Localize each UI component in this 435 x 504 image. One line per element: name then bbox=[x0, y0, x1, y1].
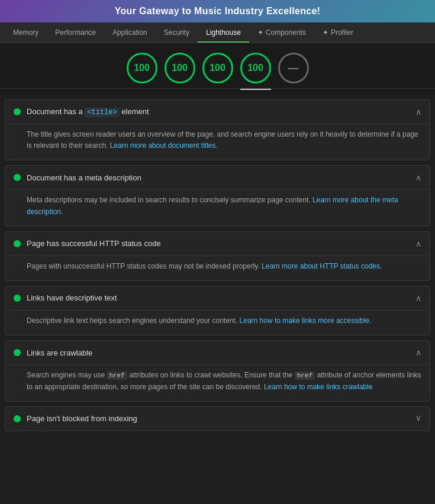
audit-link-text-dot bbox=[14, 295, 21, 302]
audit-crawlable-chevron: ∧ bbox=[415, 348, 421, 357]
audit-title-element-dot bbox=[14, 108, 21, 115]
audit-link-text-header[interactable]: Links have descriptive text ∧ bbox=[5, 286, 430, 310]
audit-title-element-chevron: ∧ bbox=[415, 107, 421, 117]
audit-http-status-dot bbox=[14, 240, 21, 247]
audit-not-blocked: Page isn't blocked from indexing ∧ bbox=[5, 406, 430, 431]
score-underline-0 bbox=[127, 89, 157, 90]
scores-section: 100 100 100 100 — bbox=[0, 43, 435, 89]
profiler-icon: ✦ bbox=[323, 28, 328, 37]
score-underline-2 bbox=[202, 89, 233, 90]
audit-crawlable-code2: href bbox=[295, 371, 315, 380]
audit-meta-description-dot bbox=[14, 174, 21, 181]
tab-application[interactable]: Application bbox=[104, 22, 156, 43]
audit-crawlable-link[interactable]: Learn how to make links crawlable bbox=[264, 383, 372, 391]
audit-crawlable-code1: href bbox=[107, 371, 127, 380]
audit-title-element-label: Document has a <title> element bbox=[27, 107, 149, 117]
audit-crawlable-dot bbox=[14, 349, 21, 356]
score-underline-1 bbox=[165, 89, 195, 90]
header-banner: Your Gateway to Music Industry Excellenc… bbox=[0, 0, 435, 22]
audit-link-text-body: Descriptive link text helps search engin… bbox=[5, 310, 430, 335]
audit-link-text-label: Links have descriptive text bbox=[27, 293, 117, 302]
audit-meta-description-body: Meta descriptions may be included in sea… bbox=[5, 189, 430, 225]
audit-http-status: Page has successful HTTP status code ∧ P… bbox=[5, 231, 430, 281]
audit-title-element-header[interactable]: Document has a <title> element ∧ bbox=[5, 100, 430, 124]
audit-meta-description-link[interactable]: Learn more about the meta description bbox=[27, 196, 398, 215]
audit-meta-description: Document has a meta description ∧ Meta d… bbox=[5, 165, 430, 226]
tab-performance[interactable]: Performance bbox=[47, 22, 104, 43]
tab-memory[interactable]: Memory bbox=[5, 22, 47, 43]
audit-link-text-chevron: ∧ bbox=[415, 293, 421, 303]
components-icon: ✦ bbox=[257, 28, 263, 37]
audit-meta-description-label: Document has a meta description bbox=[27, 173, 141, 182]
audits-container: Document has a <title> element ∧ The tit… bbox=[0, 99, 435, 431]
audit-http-status-body: Pages with unsuccessful HTTP status code… bbox=[5, 256, 430, 280]
audit-http-status-label: Page has successful HTTP status code bbox=[27, 239, 161, 248]
audit-crawlable-label: Links are crawlable bbox=[27, 348, 92, 357]
audit-meta-description-header[interactable]: Document has a meta description ∧ bbox=[5, 166, 430, 189]
tab-components[interactable]: ✦Components bbox=[249, 22, 314, 43]
scores-underline bbox=[0, 89, 435, 95]
score-seo[interactable]: 100 bbox=[240, 53, 271, 83]
tab-lighthouse[interactable]: Lighthouse bbox=[198, 22, 249, 43]
score-accessibility[interactable]: 100 bbox=[165, 53, 195, 83]
score-pwa[interactable]: — bbox=[278, 53, 309, 83]
audit-link-text: Links have descriptive text ∧ Descriptiv… bbox=[5, 286, 430, 335]
audit-crawlable-body: Search engines may use href attributes o… bbox=[5, 364, 430, 401]
audit-http-status-chevron: ∧ bbox=[415, 239, 421, 248]
audit-title-element-link[interactable]: Learn more about document titles bbox=[110, 141, 216, 150]
score-best-practices[interactable]: 100 bbox=[202, 53, 233, 83]
score-underline-4 bbox=[278, 89, 309, 90]
score-performance[interactable]: 100 bbox=[127, 53, 157, 83]
audit-not-blocked-header[interactable]: Page isn't blocked from indexing ∧ bbox=[5, 407, 430, 431]
audit-meta-description-chevron: ∧ bbox=[415, 173, 421, 182]
audit-http-status-header[interactable]: Page has successful HTTP status code ∧ bbox=[5, 232, 430, 256]
tab-security[interactable]: Security bbox=[156, 22, 198, 43]
header-title: Your Gateway to Music Industry Excellenc… bbox=[0, 6, 435, 17]
audit-not-blocked-dot bbox=[14, 415, 21, 422]
audit-not-blocked-chevron: ∧ bbox=[415, 414, 421, 424]
tab-profiler[interactable]: ✦Profiler bbox=[314, 22, 362, 43]
score-underline-3 bbox=[240, 89, 271, 90]
nav-bar: Memory Performance Application Security … bbox=[0, 22, 435, 43]
audit-not-blocked-label: Page isn't blocked from indexing bbox=[27, 414, 137, 423]
audit-link-text-link[interactable]: Learn how to make links more accessible bbox=[240, 316, 369, 325]
audit-http-status-link[interactable]: Learn more about HTTP status codes bbox=[262, 262, 380, 270]
audit-title-element: Document has a <title> element ∧ The tit… bbox=[5, 99, 430, 160]
audit-crawlable: Links are crawlable ∧ Search engines may… bbox=[5, 340, 430, 402]
audit-title-element-body: The title gives screen reader users an o… bbox=[5, 124, 430, 160]
audit-crawlable-header[interactable]: Links are crawlable ∧ bbox=[5, 341, 430, 364]
